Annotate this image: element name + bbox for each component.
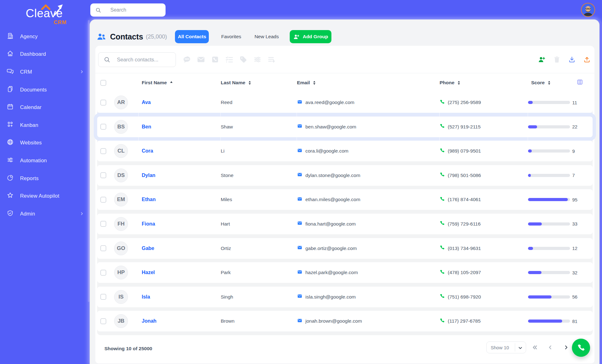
score-bar: [528, 295, 570, 299]
cell-email: ethan.miles@google.com: [297, 197, 440, 203]
row-checkbox[interactable]: [100, 245, 106, 251]
row-checkbox[interactable]: [100, 124, 106, 130]
row-checkbox[interactable]: [100, 318, 106, 324]
sidebar-item-dashboard[interactable]: Dashboard: [0, 45, 90, 63]
table-row[interactable]: CL Cora Li cora.li@google.com (989) 079-…: [97, 141, 593, 161]
sidebar-item-review-autopilot[interactable]: Review Autopilot: [0, 187, 90, 205]
cell-last-name: Ortiz: [221, 246, 297, 251]
cell-score: 11: [528, 100, 593, 105]
sidebar-item-reports[interactable]: Reports: [0, 169, 90, 187]
sidebar-item-calendar[interactable]: Calendar: [0, 98, 90, 116]
sidebar: Cleave CRM Agency Dashboard CRM Document…: [0, 0, 90, 364]
sidebar-item-agency[interactable]: Agency: [0, 28, 90, 45]
row-checkbox[interactable]: [100, 197, 106, 203]
cell-email: ben.shaw@google.com: [297, 124, 440, 130]
table-body: AR Ava Reed ava.reed@google.com (275) 25…: [97, 92, 593, 335]
phone-icon: [577, 344, 585, 352]
column-label: Last Name: [221, 80, 245, 86]
row-checkbox[interactable]: [100, 148, 106, 154]
score-value: 81: [572, 319, 580, 324]
table-row[interactable]: JB Jonah Brown jonah.brown@google.com (1…: [97, 311, 593, 331]
column-header-phone[interactable]: Phone: [440, 80, 528, 86]
pie-chart-icon: [7, 174, 14, 183]
cell-phone: (527) 919-2115: [440, 123, 528, 130]
tab-all-contacts[interactable]: All Contacts: [175, 30, 209, 43]
cell-email: ava.reed@google.com: [297, 100, 440, 106]
row-checkbox[interactable]: [100, 294, 106, 300]
column-header-last-name[interactable]: Last Name: [221, 80, 297, 86]
contacts-search-input[interactable]: Search contacts...: [98, 52, 176, 67]
sliders-icon: [7, 156, 14, 165]
page-size-select[interactable]: Show 10: [486, 341, 526, 353]
table-row[interactable]: BS Ben Shaw ben.shaw@google.com (527) 91…: [97, 117, 593, 137]
columns-icon[interactable]: [577, 79, 583, 85]
row-checkbox[interactable]: [100, 221, 106, 227]
page-scrollbar[interactable]: [600, 22, 602, 364]
row-checkbox[interactable]: [100, 270, 106, 276]
contacts-icon: [97, 32, 106, 42]
star-icon: [7, 192, 14, 200]
sidebar-item-automation[interactable]: Automation: [0, 152, 90, 169]
next-page-icon[interactable]: [563, 344, 569, 351]
cell-first-name[interactable]: Gabe: [139, 246, 221, 251]
add-contact-icon[interactable]: [538, 56, 546, 63]
table-row[interactable]: FH Fiona Hart fiona.hart@google.com (759…: [97, 214, 593, 234]
tab-new-leads[interactable]: New Leads: [252, 30, 281, 43]
sidebar-item-websites[interactable]: Websites: [0, 134, 90, 152]
sidebar-item-documents[interactable]: Documents: [0, 81, 90, 99]
table-row[interactable]: AR Ava Reed ava.reed@google.com (275) 25…: [97, 92, 593, 113]
cell-first-name[interactable]: Fiona: [139, 221, 221, 227]
sms-icon: SMS: [182, 55, 191, 64]
chevron-right-icon: [80, 211, 84, 216]
cell-first-name[interactable]: Ava: [139, 100, 221, 105]
cell-last-name: Li: [221, 148, 297, 154]
cell-last-name: Hart: [221, 221, 297, 227]
score-bar: [528, 174, 570, 177]
shield-icon: [7, 210, 14, 218]
row-checkbox[interactable]: [100, 172, 106, 178]
first-page-icon[interactable]: [532, 344, 538, 351]
table-row[interactable]: EM Ethan Miles ethan.miles@google.com (1…: [97, 189, 593, 210]
sidebar-item-admin[interactable]: Admin: [0, 205, 90, 223]
sidebar-item-kanban[interactable]: Kanban: [0, 116, 90, 134]
brand-sub: CRM: [54, 19, 67, 26]
call-fab-button[interactable]: [572, 339, 590, 357]
table-header: First Name Last Name Email Phone Score: [97, 73, 593, 92]
cell-first-name[interactable]: Ben: [139, 124, 221, 130]
cell-score: 32: [528, 270, 593, 275]
email-icon: [297, 100, 305, 106]
chevron-right-icon: [80, 70, 84, 74]
cell-first-name[interactable]: Isla: [139, 294, 221, 300]
page-header: Contacts (25,000) All Contacts Favorites…: [97, 30, 331, 43]
user-avatar[interactable]: [581, 3, 595, 17]
select-all-checkbox[interactable]: [100, 80, 106, 86]
table-row[interactable]: DS Dylan Stone dylan.stone@google.com (7…: [97, 165, 593, 186]
delete-icon[interactable]: [553, 56, 561, 63]
score-value: 11: [572, 100, 580, 105]
global-search-input[interactable]: Search: [90, 3, 166, 17]
tab-favorites[interactable]: Favorites: [219, 30, 243, 43]
column-header-first-name[interactable]: First Name: [139, 80, 221, 86]
email-icon: [297, 294, 305, 300]
column-header-email[interactable]: Email: [297, 80, 440, 86]
sidebar-item-label: Kanban: [20, 122, 38, 128]
table-action-icons: [538, 46, 591, 73]
cell-first-name[interactable]: Ethan: [139, 197, 221, 202]
table-row[interactable]: IS Isla Singh isla.singh@google.com (751…: [97, 287, 593, 307]
row-checkbox[interactable]: [100, 100, 106, 106]
sidebar-item-crm[interactable]: CRM: [0, 63, 90, 81]
download-icon[interactable]: [568, 56, 576, 63]
sidebar-item-label: Admin: [20, 211, 35, 217]
email-icon: [297, 197, 305, 203]
table-toolbar: Search contacts... SMS: [95, 46, 594, 73]
cell-first-name[interactable]: Dylan: [139, 173, 221, 178]
add-group-button[interactable]: Add Group: [290, 30, 331, 43]
prev-page-icon[interactable]: [547, 344, 553, 351]
cell-first-name[interactable]: Cora: [139, 148, 221, 154]
table-row[interactable]: HP Hazel Park hazel.park@google.com (478…: [97, 262, 593, 283]
cell-first-name[interactable]: Hazel: [139, 270, 221, 275]
upload-icon[interactable]: [583, 56, 591, 63]
table-row[interactable]: GO Gabe Ortiz gabe.ortiz@google.com (013…: [97, 238, 593, 259]
globe-icon: [7, 138, 14, 147]
cell-first-name[interactable]: Jonah: [139, 318, 221, 324]
